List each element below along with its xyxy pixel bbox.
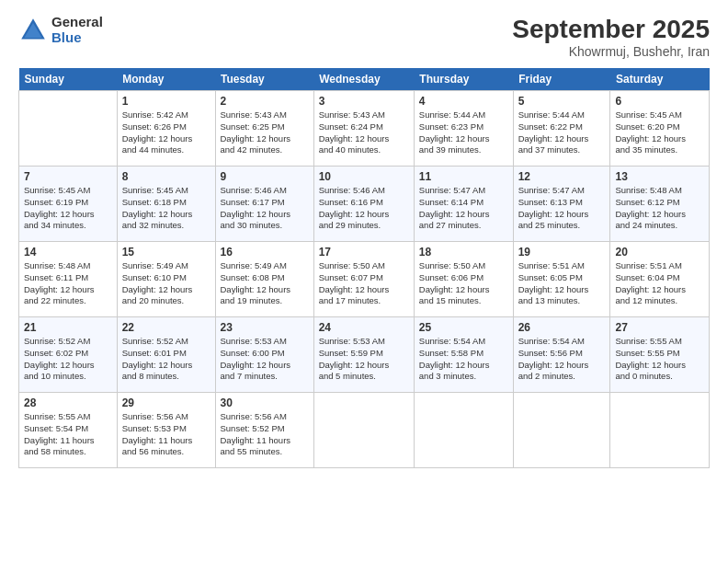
day-info: Sunrise: 5:51 AMSunset: 6:05 PMDaylight:… xyxy=(518,260,606,307)
day-number: 5 xyxy=(518,95,606,108)
calendar-week-2: 7Sunrise: 5:45 AMSunset: 6:19 PMDaylight… xyxy=(19,167,710,242)
table-row: 29Sunrise: 5:56 AMSunset: 5:53 PMDayligh… xyxy=(117,393,215,468)
location: Khowrmuj, Bushehr, Iran xyxy=(512,44,710,59)
day-info: Sunrise: 5:50 AMSunset: 6:07 PMDaylight:… xyxy=(319,260,409,307)
col-sunday: Sunday xyxy=(19,68,118,91)
table-row: 3Sunrise: 5:43 AMSunset: 6:24 PMDaylight… xyxy=(313,91,414,167)
day-number: 28 xyxy=(24,396,112,409)
logo-blue-text: Blue xyxy=(51,30,103,46)
table-row: 15Sunrise: 5:49 AMSunset: 6:10 PMDayligh… xyxy=(117,242,215,317)
col-friday: Friday xyxy=(513,68,610,91)
table-row: 1Sunrise: 5:42 AMSunset: 6:26 PMDaylight… xyxy=(117,91,215,167)
day-number: 8 xyxy=(122,170,210,183)
day-number: 30 xyxy=(221,396,309,409)
logo-text: General Blue xyxy=(51,15,103,45)
day-number: 6 xyxy=(615,95,704,108)
day-info: Sunrise: 5:45 AMSunset: 6:18 PMDaylight:… xyxy=(122,185,210,232)
table-row xyxy=(414,393,513,468)
table-row: 4Sunrise: 5:44 AMSunset: 6:23 PMDaylight… xyxy=(414,91,513,167)
table-row: 10Sunrise: 5:46 AMSunset: 6:16 PMDayligh… xyxy=(313,167,414,242)
day-number: 27 xyxy=(615,321,704,334)
day-number: 17 xyxy=(319,246,409,259)
day-info: Sunrise: 5:55 AMSunset: 5:55 PMDaylight:… xyxy=(615,336,704,383)
table-row: 19Sunrise: 5:51 AMSunset: 6:05 PMDayligh… xyxy=(513,242,610,317)
calendar-week-1: 1Sunrise: 5:42 AMSunset: 6:26 PMDaylight… xyxy=(19,91,710,167)
day-info: Sunrise: 5:52 AMSunset: 6:02 PMDaylight:… xyxy=(24,336,112,383)
day-number: 24 xyxy=(319,321,409,334)
table-row xyxy=(513,393,610,468)
day-number: 15 xyxy=(122,246,210,259)
table-row: 27Sunrise: 5:55 AMSunset: 5:55 PMDayligh… xyxy=(610,317,710,393)
col-saturday: Saturday xyxy=(610,68,710,91)
day-info: Sunrise: 5:45 AMSunset: 6:20 PMDaylight:… xyxy=(615,109,704,156)
day-info: Sunrise: 5:44 AMSunset: 6:22 PMDaylight:… xyxy=(518,109,606,156)
day-number: 12 xyxy=(518,170,606,183)
table-row: 11Sunrise: 5:47 AMSunset: 6:14 PMDayligh… xyxy=(414,167,513,242)
table-row: 23Sunrise: 5:53 AMSunset: 6:00 PMDayligh… xyxy=(215,317,313,393)
title-block: September 2025 Khowrmuj, Bushehr, Iran xyxy=(512,15,710,59)
col-monday: Monday xyxy=(117,68,215,91)
day-number: 25 xyxy=(419,321,508,334)
table-row xyxy=(313,393,414,468)
day-info: Sunrise: 5:56 AMSunset: 5:53 PMDaylight:… xyxy=(122,411,210,458)
col-tuesday: Tuesday xyxy=(215,68,313,91)
table-row: 30Sunrise: 5:56 AMSunset: 5:52 PMDayligh… xyxy=(215,393,313,468)
table-row: 26Sunrise: 5:54 AMSunset: 5:56 PMDayligh… xyxy=(513,317,610,393)
day-number: 29 xyxy=(122,396,210,409)
table-row xyxy=(19,91,118,167)
day-info: Sunrise: 5:43 AMSunset: 6:24 PMDaylight:… xyxy=(319,109,409,156)
day-info: Sunrise: 5:52 AMSunset: 6:01 PMDaylight:… xyxy=(122,336,210,383)
day-info: Sunrise: 5:48 AMSunset: 6:12 PMDaylight:… xyxy=(615,185,704,232)
page: General Blue September 2025 Khowrmuj, Bu… xyxy=(0,0,728,563)
day-info: Sunrise: 5:53 AMSunset: 5:59 PMDaylight:… xyxy=(319,336,409,383)
day-number: 9 xyxy=(221,170,309,183)
table-row: 13Sunrise: 5:48 AMSunset: 6:12 PMDayligh… xyxy=(610,167,710,242)
day-number: 4 xyxy=(419,95,508,108)
day-number: 16 xyxy=(221,246,309,259)
header-row: Sunday Monday Tuesday Wednesday Thursday… xyxy=(19,68,710,91)
table-row: 14Sunrise: 5:48 AMSunset: 6:11 PMDayligh… xyxy=(19,242,118,317)
day-number: 1 xyxy=(122,95,210,108)
table-row: 24Sunrise: 5:53 AMSunset: 5:59 PMDayligh… xyxy=(313,317,414,393)
table-row: 17Sunrise: 5:50 AMSunset: 6:07 PMDayligh… xyxy=(313,242,414,317)
table-row: 6Sunrise: 5:45 AMSunset: 6:20 PMDaylight… xyxy=(610,91,710,167)
table-row: 8Sunrise: 5:45 AMSunset: 6:18 PMDaylight… xyxy=(117,167,215,242)
calendar-week-4: 21Sunrise: 5:52 AMSunset: 6:02 PMDayligh… xyxy=(19,317,710,393)
month-title: September 2025 xyxy=(512,15,710,44)
col-wednesday: Wednesday xyxy=(313,68,414,91)
day-info: Sunrise: 5:46 AMSunset: 6:17 PMDaylight:… xyxy=(221,185,309,232)
day-info: Sunrise: 5:46 AMSunset: 6:16 PMDaylight:… xyxy=(319,185,409,232)
day-number: 3 xyxy=(319,95,409,108)
day-info: Sunrise: 5:49 AMSunset: 6:10 PMDaylight:… xyxy=(122,260,210,307)
day-info: Sunrise: 5:42 AMSunset: 6:26 PMDaylight:… xyxy=(122,109,210,156)
day-info: Sunrise: 5:50 AMSunset: 6:06 PMDaylight:… xyxy=(419,260,508,307)
table-row: 28Sunrise: 5:55 AMSunset: 5:54 PMDayligh… xyxy=(19,393,118,468)
table-row: 22Sunrise: 5:52 AMSunset: 6:01 PMDayligh… xyxy=(117,317,215,393)
day-number: 10 xyxy=(319,170,409,183)
table-row: 5Sunrise: 5:44 AMSunset: 6:22 PMDaylight… xyxy=(513,91,610,167)
calendar-week-5: 28Sunrise: 5:55 AMSunset: 5:54 PMDayligh… xyxy=(19,393,710,468)
day-number: 7 xyxy=(24,170,112,183)
day-number: 23 xyxy=(221,321,309,334)
calendar-table: Sunday Monday Tuesday Wednesday Thursday… xyxy=(18,68,710,468)
day-info: Sunrise: 5:47 AMSunset: 6:13 PMDaylight:… xyxy=(518,185,606,232)
day-info: Sunrise: 5:53 AMSunset: 6:00 PMDaylight:… xyxy=(221,336,309,383)
day-info: Sunrise: 5:45 AMSunset: 6:19 PMDaylight:… xyxy=(24,185,112,232)
col-thursday: Thursday xyxy=(414,68,513,91)
table-row: 18Sunrise: 5:50 AMSunset: 6:06 PMDayligh… xyxy=(414,242,513,317)
day-info: Sunrise: 5:54 AMSunset: 5:58 PMDaylight:… xyxy=(419,336,508,383)
day-number: 2 xyxy=(221,95,309,108)
day-number: 11 xyxy=(419,170,508,183)
table-row: 25Sunrise: 5:54 AMSunset: 5:58 PMDayligh… xyxy=(414,317,513,393)
day-info: Sunrise: 5:44 AMSunset: 6:23 PMDaylight:… xyxy=(419,109,508,156)
day-info: Sunrise: 5:55 AMSunset: 5:54 PMDaylight:… xyxy=(24,411,112,458)
table-row: 16Sunrise: 5:49 AMSunset: 6:08 PMDayligh… xyxy=(215,242,313,317)
day-info: Sunrise: 5:51 AMSunset: 6:04 PMDaylight:… xyxy=(615,260,704,307)
day-info: Sunrise: 5:47 AMSunset: 6:14 PMDaylight:… xyxy=(419,185,508,232)
table-row: 20Sunrise: 5:51 AMSunset: 6:04 PMDayligh… xyxy=(610,242,710,317)
day-number: 19 xyxy=(518,246,606,259)
table-row: 9Sunrise: 5:46 AMSunset: 6:17 PMDaylight… xyxy=(215,167,313,242)
logo: General Blue xyxy=(18,15,103,45)
day-number: 22 xyxy=(122,321,210,334)
day-number: 20 xyxy=(615,246,704,259)
